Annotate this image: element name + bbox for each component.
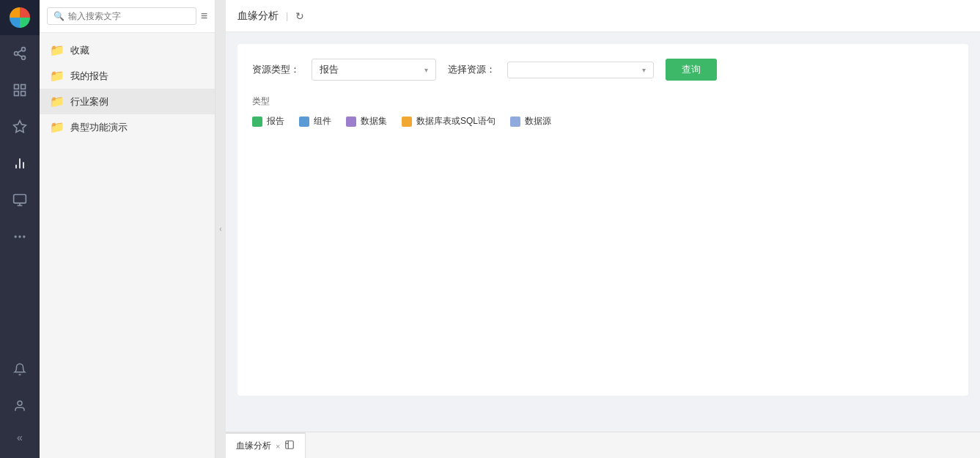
legend-color-datasource <box>510 117 520 127</box>
content-card: 资源类型： 报告 ▾ 选择资源： ▾ 查询 类型 报告 <box>237 44 968 396</box>
main-header: 血缘分析 | ↻ <box>226 0 980 32</box>
query-button[interactable]: 查询 <box>666 59 717 81</box>
svg-point-18 <box>23 235 25 237</box>
legend-label-datasource: 数据源 <box>525 115 551 128</box>
header-divider: | <box>286 10 288 21</box>
legend-label-dataset: 数据集 <box>361 115 387 128</box>
svg-point-0 <box>22 48 26 51</box>
sidebar-item-label: 我的报告 <box>70 70 108 83</box>
svg-marker-9 <box>14 121 26 133</box>
sidebar-item-industry[interactable]: 📁 行业案例 <box>40 89 215 114</box>
legend-item-db-table: 数据库表或SQL语句 <box>402 115 495 128</box>
legend-section: 类型 报告 组件 数据集 数 <box>252 95 954 128</box>
legend-item-widget: 组件 <box>299 115 331 128</box>
nav-expand[interactable]: « <box>0 424 40 451</box>
chevron-down-icon: ▾ <box>642 66 646 74</box>
svg-rect-20 <box>286 441 294 449</box>
sidebar-item-favorites[interactable]: 📁 收藏 <box>40 37 215 63</box>
sidebar-items: 📁 收藏 📁 我的报告 📁 行业案例 📁 典型功能演示 <box>40 33 215 458</box>
folder-icon: 📁 <box>50 95 65 108</box>
nav-dots[interactable] <box>0 218 40 255</box>
tab-label: 血缘分析 <box>236 440 271 452</box>
legend-label-db-table: 数据库表或SQL语句 <box>416 115 495 128</box>
tab-bar: 血缘分析 × <box>226 432 980 458</box>
legend-items: 报告 组件 数据集 数据库表或SQL语句 <box>252 115 954 128</box>
svg-line-4 <box>18 50 22 52</box>
collapse-handle[interactable]: ‹ <box>215 0 226 458</box>
page-title: 血缘分析 <box>237 10 279 23</box>
folder-icon: 📁 <box>50 69 65 83</box>
nav-grid[interactable] <box>0 72 40 108</box>
folder-icon: 📁 <box>50 43 65 57</box>
folder-icon: 📁 <box>50 120 65 134</box>
legend-color-dataset <box>346 117 356 127</box>
sidebar: 🔍 ≡ 📁 收藏 📁 我的报告 📁 行业案例 📁 典型功能演示 <box>40 0 215 458</box>
source-type-value: 报告 <box>320 63 421 76</box>
sidebar-item-label: 典型功能演示 <box>70 121 128 134</box>
search-icon: 🔍 <box>54 11 65 21</box>
legend-color-widget <box>299 117 309 127</box>
filter-row: 资源类型： 报告 ▾ 选择资源： ▾ 查询 <box>252 59 954 81</box>
nav-bell[interactable] <box>0 351 40 388</box>
tab-close-icon[interactable]: × <box>276 442 280 451</box>
legend-title: 类型 <box>252 95 954 108</box>
legend-color-db-table <box>402 117 412 127</box>
nav-link[interactable] <box>0 35 40 72</box>
svg-point-1 <box>15 52 18 56</box>
sidebar-item-my-reports[interactable]: 📁 我的报告 <box>40 63 215 89</box>
menu-icon[interactable]: ≡ <box>201 10 207 23</box>
refresh-button[interactable]: ↻ <box>295 10 304 22</box>
legend-item-dataset: 数据集 <box>346 115 387 128</box>
search-box[interactable]: 🔍 <box>47 7 196 25</box>
chevron-down-icon: ▾ <box>424 66 428 74</box>
svg-point-17 <box>18 235 21 237</box>
nav-bar: « <box>0 0 40 458</box>
svg-rect-7 <box>15 92 19 96</box>
legend-item-datasource: 数据源 <box>510 115 551 128</box>
legend-label-widget: 组件 <box>314 115 331 128</box>
nav-star[interactable] <box>0 108 40 145</box>
logo-icon <box>10 7 30 28</box>
sidebar-item-label: 收藏 <box>70 44 89 57</box>
nav-monitor[interactable] <box>0 182 40 218</box>
source-type-label: 资源类型： <box>252 63 300 76</box>
source-select[interactable]: ▾ <box>507 62 654 78</box>
legend-label-report: 报告 <box>267 115 284 128</box>
content-area: 资源类型： 报告 ▾ 选择资源： ▾ 查询 类型 报告 <box>226 32 980 432</box>
nav-chart[interactable] <box>0 145 40 182</box>
app-logo <box>0 0 40 35</box>
svg-rect-8 <box>21 92 26 96</box>
svg-rect-5 <box>15 85 19 89</box>
svg-point-19 <box>18 401 22 405</box>
svg-point-2 <box>22 56 26 59</box>
source-label: 选择资源： <box>448 63 495 76</box>
svg-line-3 <box>18 54 22 56</box>
svg-rect-6 <box>21 85 26 89</box>
source-type-select[interactable]: 报告 ▾ <box>312 59 436 81</box>
legend-item-report: 报告 <box>252 115 284 128</box>
search-input[interactable] <box>68 11 190 21</box>
nav-user[interactable] <box>0 388 40 424</box>
sidebar-item-demo[interactable]: 📁 典型功能演示 <box>40 114 215 140</box>
svg-point-16 <box>15 235 17 237</box>
tab-export-icon[interactable] <box>284 440 295 452</box>
sidebar-item-label: 行业案例 <box>70 95 108 108</box>
tab-lineage[interactable]: 血缘分析 × <box>226 432 306 459</box>
sidebar-search-area: 🔍 ≡ <box>40 0 215 33</box>
legend-color-report <box>252 117 262 127</box>
main-content: 血缘分析 | ↻ 资源类型： 报告 ▾ 选择资源： ▾ 查询 类 <box>226 0 980 458</box>
svg-rect-13 <box>14 195 26 204</box>
